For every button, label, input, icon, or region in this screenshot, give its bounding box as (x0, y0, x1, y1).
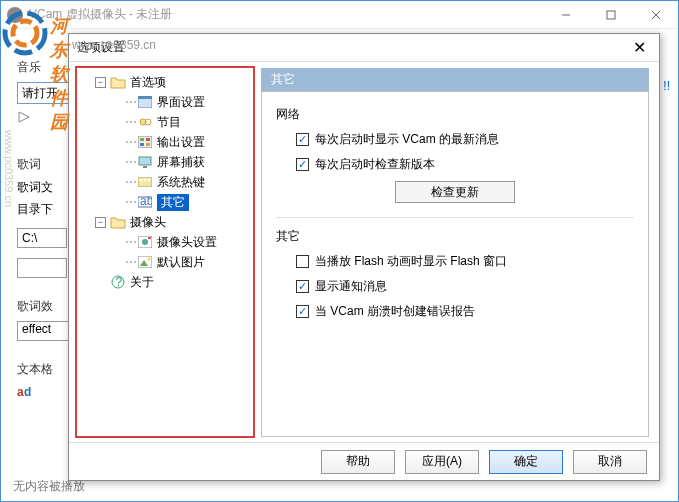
film-icon (137, 134, 153, 150)
separator (276, 217, 634, 218)
image-icon (137, 254, 153, 270)
svg-rect-14 (140, 143, 144, 146)
tree-camera[interactable]: − 摄像头 (77, 212, 253, 232)
ad-icon: ad (17, 384, 32, 399)
svg-text:a: a (17, 385, 24, 399)
tree-program[interactable]: ⋯节目 (77, 112, 253, 132)
camera-icon (137, 234, 153, 250)
svg-rect-20 (144, 179, 146, 181)
svg-rect-1 (607, 11, 615, 19)
label-icon: ab (137, 194, 153, 210)
keyboard-icon (137, 174, 153, 190)
dialog-footer: 帮助 应用(A) 确定 取消 (69, 442, 659, 480)
svg-rect-17 (143, 166, 147, 168)
window-icon (137, 94, 153, 110)
dialog-title: 选项设置 (77, 39, 627, 56)
checkbox-icon (296, 305, 309, 318)
dialog-titlebar: 选项设置 ✕ (69, 34, 659, 62)
window-title: VCam 虚拟摄像头 - 未注册 (29, 6, 543, 23)
help-button[interactable]: 帮助 (321, 450, 395, 474)
tree-other[interactable]: ⋯ab其它 (77, 192, 253, 212)
group-network: 网络 (276, 106, 634, 123)
link-icon (137, 114, 153, 130)
svg-rect-21 (148, 179, 150, 181)
checkbox-icon (296, 158, 309, 171)
register-link[interactable]: !! (663, 79, 670, 93)
checkbox-icon (296, 133, 309, 146)
settings-dialog: 选项设置 ✕ − 首选项 ⋯界面设置 ⋯节目 ⋯输出设置 ⋯屏幕捕获 ⋯系统热键… (68, 33, 660, 481)
dialog-close-button[interactable]: ✕ (627, 36, 651, 60)
checkbox-icon (296, 255, 309, 268)
chk-check-update[interactable]: 每次启动时检查新版本 (296, 156, 634, 173)
svg-rect-26 (148, 237, 151, 239)
app-icon (7, 7, 23, 23)
svg-rect-18 (138, 177, 152, 187)
maximize-button[interactable] (588, 1, 633, 29)
tree-hotkey[interactable]: ⋯系统热键 (77, 172, 253, 192)
path-input[interactable] (17, 228, 67, 248)
svg-point-29 (148, 258, 151, 261)
tree-about[interactable]: ?关于 (77, 272, 253, 292)
folder-open-icon (110, 214, 126, 230)
titlebar: VCam 虚拟摄像头 - 未注册 (1, 1, 678, 29)
content-panel: 其它 网络 每次启动时显示 VCam 的最新消息 每次启动时检查新版本 检查更新… (255, 62, 659, 442)
help-icon: ? (110, 274, 126, 290)
svg-rect-19 (140, 179, 142, 181)
tree-ui[interactable]: ⋯界面设置 (77, 92, 253, 112)
tree-output[interactable]: ⋯输出设置 (77, 132, 253, 152)
svg-rect-11 (138, 136, 152, 148)
monitor-icon (137, 154, 153, 170)
collapse-icon[interactable]: − (95, 217, 106, 228)
svg-text:ab: ab (140, 196, 152, 208)
cancel-button[interactable]: 取消 (573, 450, 647, 474)
svg-text:?: ? (116, 275, 123, 289)
svg-marker-4 (19, 112, 29, 122)
svg-rect-8 (138, 96, 152, 99)
folder-open-icon (110, 74, 126, 90)
chk-latest-news[interactable]: 每次启动时显示 VCam 的最新消息 (296, 131, 634, 148)
play-icon[interactable] (17, 110, 33, 126)
group-other: 其它 (276, 228, 634, 245)
tree-prefs[interactable]: − 首选项 (77, 72, 253, 92)
apply-button[interactable]: 应用(A) (405, 450, 479, 474)
collapse-icon[interactable]: − (95, 77, 106, 88)
svg-point-25 (142, 239, 148, 245)
text-input-2[interactable] (17, 258, 67, 278)
tree-panel: − 首选项 ⋯界面设置 ⋯节目 ⋯输出设置 ⋯屏幕捕获 ⋯系统热键 ⋯ab其它 … (75, 66, 255, 438)
ok-button[interactable]: 确定 (489, 450, 563, 474)
svg-rect-13 (146, 138, 150, 141)
close-button[interactable] (633, 1, 678, 29)
svg-rect-15 (146, 143, 150, 146)
tree-camcfg[interactable]: ⋯摄像头设置 (77, 232, 253, 252)
svg-text:d: d (24, 385, 31, 399)
tree-defimg[interactable]: ⋯默认图片 (77, 252, 253, 272)
panel-heading: 其它 (261, 68, 649, 91)
checkbox-icon (296, 280, 309, 293)
chk-notify[interactable]: 显示通知消息 (296, 278, 634, 295)
svg-rect-16 (139, 157, 151, 165)
check-update-button[interactable]: 检查更新 (395, 181, 515, 203)
minimize-button[interactable] (543, 1, 588, 29)
chk-flash[interactable]: 当播放 Flash 动画时显示 Flash 窗口 (296, 253, 634, 270)
svg-rect-12 (140, 138, 144, 141)
tree-capture[interactable]: ⋯屏幕捕获 (77, 152, 253, 172)
chk-crash[interactable]: 当 VCam 崩溃时创建错误报告 (296, 303, 634, 320)
